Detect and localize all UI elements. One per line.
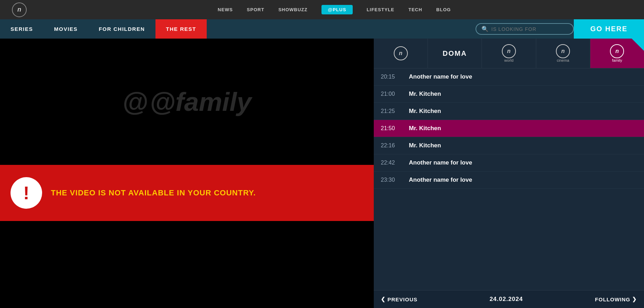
nfamily-circle: n bbox=[610, 44, 624, 58]
schedule-row-0[interactable]: 20:15 Another name for love bbox=[374, 68, 644, 86]
schedule-time-2: 21:25 bbox=[381, 108, 402, 114]
active-triangle-deco bbox=[632, 39, 644, 51]
doma-label: DOMA bbox=[443, 49, 467, 58]
channel-n-main[interactable]: n bbox=[374, 39, 428, 68]
nav-series[interactable]: SERIES bbox=[0, 19, 44, 39]
schedule-list: 20:15 Another name for love 21:00 Mr. Ki… bbox=[374, 68, 644, 290]
nworld-circle: n bbox=[502, 44, 516, 58]
nfamily-sublabel: family bbox=[612, 58, 622, 62]
schedule-row-4[interactable]: 22:16 Mr. Kitchen bbox=[374, 137, 644, 154]
following-button[interactable]: FOLLOWING ❯ bbox=[595, 296, 637, 302]
search-icon: 🔍 bbox=[482, 26, 489, 32]
channel-logo-doma: DOMA bbox=[443, 49, 467, 58]
chevron-left-icon: ❮ bbox=[381, 296, 386, 302]
right-sidebar: n DOMA n world bbox=[374, 39, 644, 308]
schedule-row-6[interactable]: 23:30 Another name for love bbox=[374, 172, 644, 189]
nworld-sublabel: world bbox=[504, 58, 513, 62]
schedule-time-5: 22:42 bbox=[381, 160, 402, 166]
nav-tech[interactable]: TECH bbox=[409, 7, 422, 12]
video-area: @ @family ! THE VIDEO IS NOT AVAILABLE I… bbox=[0, 39, 374, 308]
schedule-row-5[interactable]: 22:42 Another name for love bbox=[374, 154, 644, 172]
schedule-time-1: 21:00 bbox=[381, 91, 402, 97]
ncinema-circle: n bbox=[556, 44, 570, 58]
video-player: @ @family bbox=[0, 39, 374, 165]
schedule-title-6: Another name for love bbox=[409, 176, 472, 183]
n-logo-circle: n bbox=[394, 46, 408, 60]
previous-button[interactable]: ❮ PREVIOUS bbox=[381, 296, 418, 302]
watermark-at: @ bbox=[122, 87, 148, 117]
n-letter: n bbox=[399, 50, 403, 56]
schedule-time-3: 21:50 bbox=[381, 125, 402, 132]
channel-watermark: @ @family bbox=[122, 87, 251, 117]
schedule-title-2: Mr. Kitchen bbox=[409, 108, 441, 115]
following-label: FOLLOWING bbox=[595, 296, 630, 302]
second-navigation: SERIES MOVIES FOR CHILDREN THE REST 🔍 GO… bbox=[0, 19, 644, 39]
nav-movies[interactable]: MOVIES bbox=[44, 19, 88, 39]
video-bottom-area bbox=[0, 221, 374, 308]
error-icon: ! bbox=[11, 177, 42, 209]
channel-doma[interactable]: DOMA bbox=[428, 39, 482, 68]
current-date: 24.02.2024 bbox=[490, 296, 523, 303]
schedule-row-3[interactable]: 21:50 Mr. Kitchen bbox=[374, 120, 644, 137]
nav-showbuzz[interactable]: SHOWBUZZ bbox=[278, 7, 307, 12]
nav-for-children[interactable]: FOR CHILDREN bbox=[88, 19, 155, 39]
exclamation-icon: ! bbox=[23, 184, 29, 202]
main-content: @ @family ! THE VIDEO IS NOT AVAILABLE I… bbox=[0, 39, 644, 308]
schedule-time-0: 20:15 bbox=[381, 74, 402, 80]
nav-news[interactable]: NEWS bbox=[218, 7, 233, 12]
channel-n-world[interactable]: n world bbox=[482, 39, 536, 68]
channel-logo-ncinema: n cinema bbox=[556, 44, 570, 62]
nav-sport[interactable]: SPORT bbox=[247, 7, 264, 12]
schedule-title-3: Mr. Kitchen bbox=[409, 125, 441, 132]
nav-the-rest[interactable]: THE REST bbox=[155, 19, 207, 39]
search-area: 🔍 bbox=[476, 19, 574, 39]
schedule-title-1: Mr. Kitchen bbox=[409, 91, 441, 98]
search-input[interactable] bbox=[491, 26, 562, 32]
channel-logo-nworld: n world bbox=[502, 44, 516, 62]
ncinema-sublabel: cinema bbox=[557, 58, 569, 62]
error-banner: ! THE VIDEO IS NOT AVAILABLE IN YOUR COU… bbox=[0, 165, 374, 221]
category-nav: SERIES MOVIES FOR CHILDREN THE REST bbox=[0, 19, 472, 39]
error-message: THE VIDEO IS NOT AVAILABLE IN YOUR COUNT… bbox=[51, 188, 256, 199]
chevron-right-icon: ❯ bbox=[632, 296, 637, 302]
nav-blog[interactable]: BLOG bbox=[436, 7, 451, 12]
channel-logo-n: n bbox=[394, 46, 408, 60]
nfamily-letter: n bbox=[616, 48, 619, 54]
ncinema-letter: n bbox=[561, 48, 565, 54]
nav-lifestyle[interactable]: LIFESTYLE bbox=[367, 7, 394, 12]
nworld-letter: n bbox=[507, 48, 511, 54]
schedule-time-6: 23:30 bbox=[381, 177, 402, 183]
previous-label: PREVIOUS bbox=[387, 296, 418, 302]
channel-logo-nfamily: n family bbox=[610, 44, 624, 62]
watermark-text: @family bbox=[150, 87, 252, 117]
schedule-row-1[interactable]: 21:00 Mr. Kitchen bbox=[374, 86, 644, 103]
go-here-button[interactable]: GO HERE bbox=[574, 19, 644, 39]
channel-n-cinema[interactable]: n cinema bbox=[536, 39, 590, 68]
schedule-title-0: Another name for love bbox=[409, 73, 472, 80]
schedule-navigation: ❮ PREVIOUS 24.02.2024 FOLLOWING ❯ bbox=[374, 290, 644, 308]
schedule-row-2[interactable]: 21:25 Mr. Kitchen bbox=[374, 103, 644, 120]
channel-n-family[interactable]: n family bbox=[590, 39, 644, 68]
schedule-time-4: 22:16 bbox=[381, 142, 402, 149]
search-box: 🔍 bbox=[476, 23, 574, 35]
schedule-title-5: Another name for love bbox=[409, 159, 472, 166]
schedule-title-4: Mr. Kitchen bbox=[409, 142, 441, 149]
channel-selector: n DOMA n world bbox=[374, 39, 644, 68]
logo-circle-icon: n bbox=[12, 2, 27, 17]
top-nav-links: NEWS SPORT SHOWBUZZ @plus LIFESTYLE TECH… bbox=[32, 5, 637, 14]
nav-nplus[interactable]: @plus bbox=[321, 5, 352, 14]
top-navigation: n NEWS SPORT SHOWBUZZ @plus LIFESTYLE TE… bbox=[0, 0, 644, 19]
site-logo[interactable]: n bbox=[7, 2, 32, 17]
